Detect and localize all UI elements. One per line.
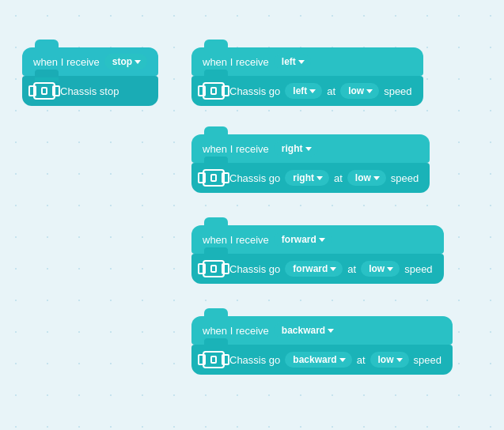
forward-hat-arrow (319, 238, 325, 242)
forward-dropdown-value: forward (282, 234, 316, 245)
backward-speed-dropdown[interactable]: low (370, 352, 409, 368)
backward-at-label: at (357, 354, 366, 366)
backward-dir-value: backward (293, 354, 336, 365)
right-block-group: when I receive right Chassis go right at… (191, 134, 430, 193)
forward-speed-arrow (387, 267, 393, 271)
right-speed-arrow (373, 176, 380, 180)
forward-dir-arrow (330, 267, 336, 271)
backward-chassis-inner (210, 356, 217, 364)
forward-at-label: at (347, 263, 356, 275)
backward-cmd-prefix: Chassis go (229, 354, 280, 366)
left-cmd-prefix: Chassis go (229, 85, 280, 97)
left-dir-value: left (293, 85, 307, 96)
backward-hat-arrow (328, 329, 334, 333)
stop-block-group: when I receive stop Chassis stop (22, 47, 158, 106)
left-cmd-notch (204, 70, 228, 77)
backward-speed-label: speed (414, 354, 441, 366)
right-speed-dropdown[interactable]: low (347, 170, 386, 186)
stop-cmd-block[interactable]: Chassis stop (22, 76, 158, 106)
forward-chassis-icon (203, 260, 225, 277)
left-when-label: when I receive (203, 56, 269, 68)
right-cmd-block[interactable]: Chassis go right at low speed (191, 163, 430, 193)
left-cmd-block[interactable]: Chassis go left at low speed (191, 76, 423, 106)
left-dropdown-value: left (282, 56, 296, 67)
right-dir-dropdown[interactable]: right (285, 170, 329, 186)
left-speed-dropdown[interactable]: low (340, 83, 379, 99)
backward-dir-arrow (339, 358, 346, 362)
forward-speed-label: speed (404, 263, 432, 275)
backward-dir-dropdown[interactable]: backward (285, 352, 351, 368)
left-dir-arrow (309, 89, 316, 93)
right-chassis-icon (203, 169, 225, 187)
chassis-inner (41, 87, 47, 95)
forward-chassis-inner (210, 265, 217, 273)
stop-cmd-label: Chassis stop (60, 85, 119, 97)
left-block-group: when I receive left Chassis go left at l… (191, 47, 423, 106)
right-hat-dropdown[interactable]: right (274, 141, 318, 157)
left-speed-label: speed (384, 85, 411, 97)
backward-hat-block[interactable]: when I receive backward (191, 316, 453, 345)
forward-when-label: when I receive (203, 234, 269, 246)
left-hat-arrow (298, 60, 305, 64)
when-receive-label: when I receive (33, 56, 100, 68)
forward-cmd-prefix: Chassis go (229, 263, 280, 275)
left-speed-value: low (348, 85, 364, 96)
chassis-icon (33, 82, 55, 100)
stop-dropdown-value: stop (112, 56, 132, 67)
backward-chassis-icon (203, 351, 225, 368)
forward-hat-dropdown[interactable]: forward (274, 232, 332, 247)
right-chassis-inner (210, 174, 217, 182)
backward-when-label: when I receive (203, 325, 269, 337)
right-hat-arrow (305, 147, 312, 151)
left-speed-arrow (366, 89, 373, 93)
left-chassis-inner (210, 87, 217, 95)
forward-cmd-block[interactable]: Chassis go forward at low speed (191, 254, 444, 284)
left-hat-dropdown[interactable]: left (274, 54, 311, 70)
right-when-label: when I receive (203, 143, 269, 155)
forward-speed-dropdown[interactable]: low (361, 261, 400, 277)
forward-speed-value: low (369, 263, 385, 274)
backward-cmd-block[interactable]: Chassis go backward at low speed (191, 345, 453, 375)
forward-block-group: when I receive forward Chassis go forwar… (191, 225, 444, 284)
stop-dropdown-arrow (135, 60, 141, 64)
forward-hat-block[interactable]: when I receive forward (191, 225, 444, 254)
backward-block-group: when I receive backward Chassis go backw… (191, 316, 453, 375)
right-speed-value: low (355, 172, 371, 183)
forward-cmd-notch (204, 247, 228, 255)
backward-dropdown-value: backward (282, 325, 325, 336)
stop-cmd-notch (35, 70, 59, 77)
forward-dir-dropdown[interactable]: forward (285, 261, 343, 277)
right-dir-arrow (316, 176, 323, 180)
left-at-label: at (327, 85, 335, 97)
right-cmd-prefix: Chassis go (229, 172, 280, 184)
right-at-label: at (334, 172, 343, 184)
left-chassis-icon (203, 82, 225, 100)
backward-cmd-notch (204, 338, 228, 346)
backward-speed-value: low (378, 354, 394, 365)
right-dir-value: right (293, 172, 314, 183)
left-dir-dropdown[interactable]: left (285, 83, 322, 99)
stop-dropdown[interactable]: stop (104, 54, 147, 70)
backward-speed-arrow (396, 358, 403, 362)
forward-dir-value: forward (293, 263, 328, 274)
backward-hat-dropdown[interactable]: backward (274, 322, 340, 338)
right-cmd-notch (204, 157, 228, 164)
right-speed-label: speed (391, 172, 419, 184)
right-dropdown-value: right (282, 143, 303, 154)
